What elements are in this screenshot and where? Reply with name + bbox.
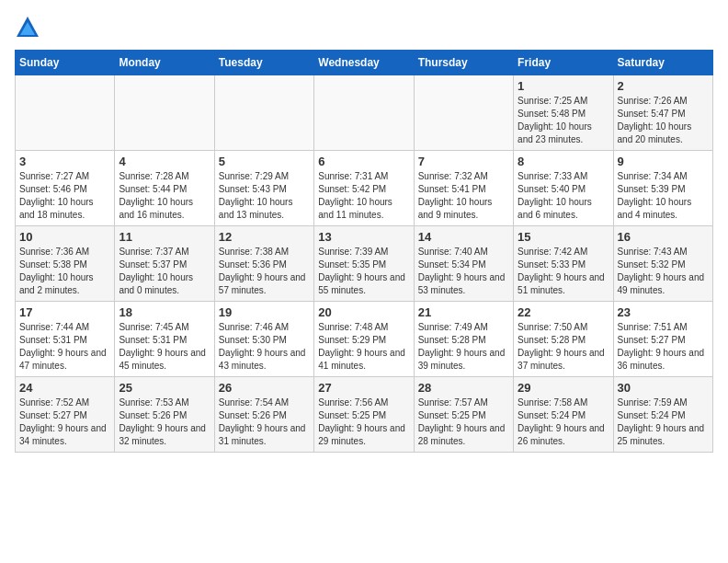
header xyxy=(15,15,713,40)
day-number: 30 xyxy=(618,381,709,395)
calendar-cell: 20Sunrise: 7:48 AM Sunset: 5:29 PM Dayli… xyxy=(314,302,414,377)
calendar-cell: 28Sunrise: 7:57 AM Sunset: 5:25 PM Dayli… xyxy=(414,377,513,453)
day-number: 21 xyxy=(418,305,509,319)
calendar-cell: 12Sunrise: 7:38 AM Sunset: 5:36 PM Dayli… xyxy=(214,226,313,302)
day-info: Sunrise: 7:59 AM Sunset: 5:24 PM Dayligh… xyxy=(618,396,709,448)
day-info: Sunrise: 7:45 AM Sunset: 5:31 PM Dayligh… xyxy=(119,321,210,373)
calendar-cell: 22Sunrise: 7:50 AM Sunset: 5:28 PM Dayli… xyxy=(514,302,613,377)
day-number: 28 xyxy=(418,381,509,395)
day-info: Sunrise: 7:31 AM Sunset: 5:42 PM Dayligh… xyxy=(318,170,409,222)
day-info: Sunrise: 7:26 AM Sunset: 5:47 PM Dayligh… xyxy=(618,95,709,146)
day-info: Sunrise: 7:52 AM Sunset: 5:27 PM Dayligh… xyxy=(19,396,110,448)
day-number: 26 xyxy=(219,381,310,395)
calendar-cell xyxy=(115,75,214,151)
calendar-cell: 13Sunrise: 7:39 AM Sunset: 5:35 PM Dayli… xyxy=(314,226,414,302)
day-number: 18 xyxy=(119,305,210,319)
calendar-week-1: 1Sunrise: 7:25 AM Sunset: 5:48 PM Daylig… xyxy=(16,75,713,151)
day-number: 29 xyxy=(518,381,609,395)
day-number: 27 xyxy=(318,381,409,395)
calendar-week-4: 17Sunrise: 7:44 AM Sunset: 5:31 PM Dayli… xyxy=(16,302,713,377)
day-info: Sunrise: 7:28 AM Sunset: 5:44 PM Dayligh… xyxy=(119,170,210,222)
calendar-cell xyxy=(414,75,513,151)
calendar-cell: 25Sunrise: 7:53 AM Sunset: 5:26 PM Dayli… xyxy=(115,377,214,453)
calendar-week-3: 10Sunrise: 7:36 AM Sunset: 5:38 PM Dayli… xyxy=(16,226,713,302)
calendar-cell: 15Sunrise: 7:42 AM Sunset: 5:33 PM Dayli… xyxy=(514,226,613,302)
day-info: Sunrise: 7:46 AM Sunset: 5:30 PM Dayligh… xyxy=(219,321,310,373)
day-info: Sunrise: 7:33 AM Sunset: 5:40 PM Dayligh… xyxy=(518,170,609,222)
calendar-cell: 21Sunrise: 7:49 AM Sunset: 5:28 PM Dayli… xyxy=(414,302,513,377)
day-number: 17 xyxy=(19,305,110,319)
calendar-cell: 17Sunrise: 7:44 AM Sunset: 5:31 PM Dayli… xyxy=(16,302,115,377)
day-info: Sunrise: 7:43 AM Sunset: 5:32 PM Dayligh… xyxy=(618,246,709,297)
day-info: Sunrise: 7:54 AM Sunset: 5:26 PM Dayligh… xyxy=(219,396,310,448)
day-number: 19 xyxy=(219,305,310,319)
day-info: Sunrise: 7:37 AM Sunset: 5:37 PM Dayligh… xyxy=(119,246,210,297)
day-info: Sunrise: 7:36 AM Sunset: 5:38 PM Dayligh… xyxy=(19,246,110,297)
day-info: Sunrise: 7:56 AM Sunset: 5:25 PM Dayligh… xyxy=(318,396,409,448)
calendar-cell: 27Sunrise: 7:56 AM Sunset: 5:25 PM Dayli… xyxy=(314,377,414,453)
calendar-cell: 29Sunrise: 7:58 AM Sunset: 5:24 PM Dayli… xyxy=(514,377,613,453)
calendar-cell: 3Sunrise: 7:27 AM Sunset: 5:46 PM Daylig… xyxy=(16,151,115,226)
day-info: Sunrise: 7:58 AM Sunset: 5:24 PM Dayligh… xyxy=(518,396,609,448)
calendar-week-5: 24Sunrise: 7:52 AM Sunset: 5:27 PM Dayli… xyxy=(16,377,713,453)
calendar-cell: 10Sunrise: 7:36 AM Sunset: 5:38 PM Dayli… xyxy=(16,226,115,302)
calendar-cell: 5Sunrise: 7:29 AM Sunset: 5:43 PM Daylig… xyxy=(214,151,313,226)
day-number: 10 xyxy=(19,230,110,244)
day-number: 8 xyxy=(518,155,609,168)
calendar-cell: 1Sunrise: 7:25 AM Sunset: 5:48 PM Daylig… xyxy=(514,75,613,151)
day-number: 14 xyxy=(418,230,509,244)
day-info: Sunrise: 7:40 AM Sunset: 5:34 PM Dayligh… xyxy=(418,246,509,297)
day-number: 1 xyxy=(518,79,609,93)
calendar-cell: 7Sunrise: 7:32 AM Sunset: 5:41 PM Daylig… xyxy=(414,151,513,226)
day-info: Sunrise: 7:53 AM Sunset: 5:26 PM Dayligh… xyxy=(119,396,210,448)
logo xyxy=(15,15,44,40)
day-number: 20 xyxy=(318,305,409,319)
calendar-cell: 11Sunrise: 7:37 AM Sunset: 5:37 PM Dayli… xyxy=(115,226,214,302)
day-number: 7 xyxy=(418,155,509,168)
day-number: 23 xyxy=(618,305,709,319)
day-number: 9 xyxy=(618,155,709,168)
logo-icon xyxy=(15,15,40,40)
day-header-wednesday: Wednesday xyxy=(314,51,414,75)
day-number: 6 xyxy=(318,155,409,168)
day-info: Sunrise: 7:32 AM Sunset: 5:41 PM Dayligh… xyxy=(418,170,509,222)
day-header-thursday: Thursday xyxy=(414,51,513,75)
day-number: 4 xyxy=(119,155,210,168)
day-number: 16 xyxy=(618,230,709,244)
calendar-cell: 30Sunrise: 7:59 AM Sunset: 5:24 PM Dayli… xyxy=(613,377,712,453)
calendar-cell: 2Sunrise: 7:26 AM Sunset: 5:47 PM Daylig… xyxy=(613,75,712,151)
day-info: Sunrise: 7:34 AM Sunset: 5:39 PM Dayligh… xyxy=(618,170,709,222)
day-header-friday: Friday xyxy=(514,51,613,75)
day-header-sunday: Sunday xyxy=(16,51,115,75)
day-info: Sunrise: 7:25 AM Sunset: 5:48 PM Dayligh… xyxy=(518,95,609,146)
calendar-cell xyxy=(314,75,414,151)
calendar-cell: 19Sunrise: 7:46 AM Sunset: 5:30 PM Dayli… xyxy=(214,302,313,377)
calendar-week-2: 3Sunrise: 7:27 AM Sunset: 5:46 PM Daylig… xyxy=(16,151,713,226)
calendar-cell: 26Sunrise: 7:54 AM Sunset: 5:26 PM Dayli… xyxy=(214,377,313,453)
calendar-cell: 23Sunrise: 7:51 AM Sunset: 5:27 PM Dayli… xyxy=(613,302,712,377)
calendar-cell: 6Sunrise: 7:31 AM Sunset: 5:42 PM Daylig… xyxy=(314,151,414,226)
day-number: 13 xyxy=(318,230,409,244)
day-header-tuesday: Tuesday xyxy=(214,51,313,75)
day-info: Sunrise: 7:44 AM Sunset: 5:31 PM Dayligh… xyxy=(19,321,110,373)
day-header-saturday: Saturday xyxy=(613,51,712,75)
day-info: Sunrise: 7:51 AM Sunset: 5:27 PM Dayligh… xyxy=(618,321,709,373)
day-number: 3 xyxy=(19,155,110,168)
day-number: 24 xyxy=(19,381,110,395)
day-number: 12 xyxy=(219,230,310,244)
day-number: 25 xyxy=(119,381,210,395)
calendar-cell: 18Sunrise: 7:45 AM Sunset: 5:31 PM Dayli… xyxy=(115,302,214,377)
day-info: Sunrise: 7:29 AM Sunset: 5:43 PM Dayligh… xyxy=(219,170,310,222)
day-info: Sunrise: 7:49 AM Sunset: 5:28 PM Dayligh… xyxy=(418,321,509,373)
day-info: Sunrise: 7:42 AM Sunset: 5:33 PM Dayligh… xyxy=(518,246,609,297)
calendar-cell: 14Sunrise: 7:40 AM Sunset: 5:34 PM Dayli… xyxy=(414,226,513,302)
calendar-cell: 16Sunrise: 7:43 AM Sunset: 5:32 PM Dayli… xyxy=(613,226,712,302)
calendar-cell: 9Sunrise: 7:34 AM Sunset: 5:39 PM Daylig… xyxy=(613,151,712,226)
day-header-monday: Monday xyxy=(115,51,214,75)
day-number: 22 xyxy=(518,305,609,319)
day-info: Sunrise: 7:50 AM Sunset: 5:28 PM Dayligh… xyxy=(518,321,609,373)
calendar-header-row: SundayMondayTuesdayWednesdayThursdayFrid… xyxy=(16,51,713,75)
calendar-cell xyxy=(214,75,313,151)
day-number: 15 xyxy=(518,230,609,244)
calendar-cell xyxy=(16,75,115,151)
